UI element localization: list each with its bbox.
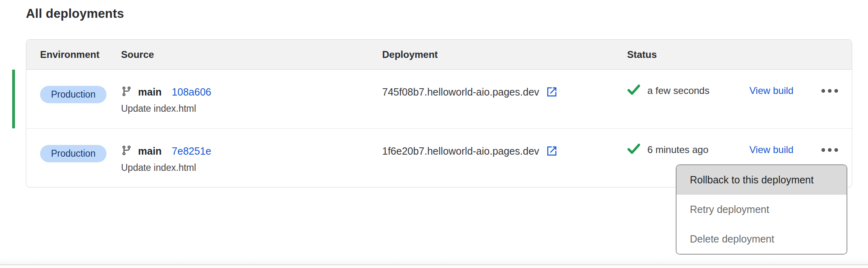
menu-item-rollback[interactable]: Rollback to this deployment (677, 165, 847, 195)
status-time: 6 minutes ago (647, 144, 708, 155)
view-build-link[interactable]: View build (749, 144, 817, 155)
commit-link[interactable]: 108a606 (172, 86, 211, 98)
git-branch-icon (121, 145, 132, 157)
environment-badge: Production (40, 86, 106, 103)
row-actions-menu-button[interactable] (819, 144, 840, 156)
success-check-icon (627, 143, 640, 156)
commit-message: Update index.html (121, 103, 382, 114)
menu-item-retry[interactable]: Retry deployment (677, 195, 847, 224)
ellipsis-icon (821, 89, 825, 93)
external-link-icon[interactable] (546, 145, 558, 157)
branch-name: main (138, 86, 162, 98)
deployments-page: All deployments Environment Source Deplo… (0, 0, 868, 268)
ellipsis-icon (821, 148, 825, 152)
environment-cell: Production (40, 70, 121, 103)
section-bottom-band (0, 258, 868, 264)
external-link-icon[interactable] (546, 86, 558, 98)
row-actions-menu-button[interactable] (819, 85, 840, 97)
deployment-url: 745f08b7.helloworld-aio.pages.dev (382, 86, 539, 98)
menu-item-delete[interactable]: Delete deployment (677, 224, 847, 254)
deployment-url: 1f6e20b7.helloworld-aio.pages.dev (382, 145, 539, 157)
source-cell: main 7e8251e Update index.html (121, 129, 382, 173)
deployment-cell: 1f6e20b7.helloworld-aio.pages.dev (382, 129, 627, 157)
table-header-row: Environment Source Deployment Status (26, 40, 852, 70)
commit-message: Update index.html (121, 162, 382, 173)
page-title: All deployments (26, 6, 124, 21)
column-header-status: Status (627, 49, 852, 60)
git-branch-icon (121, 86, 132, 98)
table-row: Production main 108a606 Update index.htm… (26, 70, 852, 129)
view-build-link[interactable]: View build (749, 85, 817, 96)
current-deployment-indicator (12, 70, 15, 128)
column-header-deployment: Deployment (382, 49, 627, 60)
deployment-actions-menu: Rollback to this deployment Retry deploy… (676, 164, 847, 255)
column-header-source: Source (121, 49, 382, 60)
status-cell: 6 minutes ago View build (627, 129, 852, 156)
deployment-cell: 745f08b7.helloworld-aio.pages.dev (382, 70, 627, 98)
environment-cell: Production (40, 129, 121, 162)
source-cell: main 108a606 Update index.html (121, 70, 382, 114)
status-time: a few seconds (647, 85, 709, 96)
branch-name: main (138, 145, 162, 157)
status-cell: a few seconds View build (627, 70, 852, 97)
section-divider (0, 264, 868, 265)
commit-link[interactable]: 7e8251e (172, 145, 211, 157)
environment-badge: Production (40, 145, 106, 162)
success-check-icon (627, 84, 640, 97)
column-header-environment: Environment (40, 49, 121, 60)
